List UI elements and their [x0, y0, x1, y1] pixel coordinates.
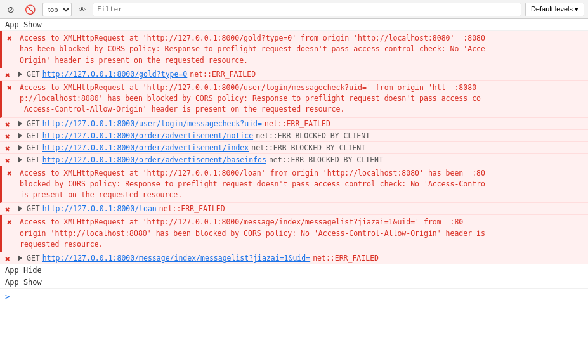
- error-icon: ✖: [5, 120, 10, 129]
- get-row: ✖GET http://127.0.0.1:8000/message/index…: [0, 252, 588, 264]
- http-method: GET: [27, 143, 40, 152]
- error-icon: ✖: [5, 205, 10, 214]
- request-status: net::ERR_FAILED: [159, 204, 225, 213]
- plain-row: App Show: [0, 19, 588, 31]
- request-status: net::ERR_BLOCKED_BY_CLIENT: [269, 155, 383, 164]
- devtools-toolbar: ⊘ 🚫 top 👁 Default levels ▾: [0, 0, 588, 19]
- error-icon: ✖: [7, 218, 12, 227]
- request-url[interactable]: http://127.0.0.1:8000/gold?type=0: [42, 70, 187, 79]
- error-block: ✖Access to XMLHttpRequest at 'http://127…: [0, 31, 588, 68]
- get-row: ✖GET http://127.0.0.1:8000/loan net::ERR…: [0, 203, 588, 215]
- error-block: ✖Access to XMLHttpRequest at 'http://127…: [0, 81, 588, 118]
- request-status: net::ERR_FAILED: [265, 119, 330, 128]
- error-message: Access to XMLHttpRequest at 'http://127.…: [20, 34, 485, 65]
- http-method: GET: [27, 155, 40, 164]
- get-row: ✖GET http://127.0.0.1:8000/order/adverti…: [0, 154, 588, 166]
- error-icon: ✖: [5, 254, 10, 264]
- request-status: net::ERR_FAILED: [190, 70, 256, 79]
- expand-icon[interactable]: [18, 205, 22, 212]
- http-method: GET: [27, 204, 40, 213]
- console-prompt[interactable]: >: [0, 289, 588, 304]
- error-icon: ✖: [7, 83, 12, 93]
- error-icon: ✖: [5, 156, 10, 166]
- error-icon: ✖: [5, 132, 10, 141]
- error-message: Access to XMLHttpRequest at 'http://127.…: [20, 83, 481, 114]
- error-message: Access to XMLHttpRequest at 'http://127.…: [20, 169, 485, 200]
- http-method: GET: [27, 131, 40, 140]
- request-url[interactable]: http://127.0.0.1:8000/message/index/mess…: [42, 254, 310, 263]
- request-status: net::ERR_FAILED: [313, 254, 379, 263]
- error-icon: ✖: [5, 144, 10, 153]
- request-url[interactable]: http://127.0.0.1:8000/loan: [42, 204, 157, 213]
- plain-row: App Show: [0, 276, 588, 289]
- request-url[interactable]: http://127.0.0.1:8000/order/advertisemen…: [42, 155, 266, 164]
- error-icon: ✖: [7, 169, 12, 178]
- expand-icon[interactable]: [18, 255, 22, 261]
- http-method: GET: [27, 70, 40, 79]
- get-row: ✖GET http://127.0.0.1:8000/user/login/me…: [0, 118, 588, 130]
- error-icon: ✖: [7, 34, 12, 43]
- plain-row: App Hide: [0, 264, 588, 276]
- console-output: App Show✖Access to XMLHttpRequest at 'ht…: [0, 19, 588, 364]
- get-row: ✖GET http://127.0.0.1:8000/order/adverti…: [0, 142, 588, 154]
- clear-console-button[interactable]: 🚫: [22, 3, 39, 16]
- error-icon: ✖: [5, 70, 10, 80]
- error-block: ✖Access to XMLHttpRequest at 'http://127…: [0, 215, 588, 252]
- request-url[interactable]: http://127.0.0.1:8000/order/advertisemen…: [42, 131, 253, 140]
- get-row: ✖GET http://127.0.0.1:8000/order/adverti…: [0, 130, 588, 142]
- error-block: ✖Access to XMLHttpRequest at 'http://127…: [0, 166, 588, 204]
- expand-icon[interactable]: [18, 157, 22, 163]
- context-selector[interactable]: top: [42, 3, 72, 16]
- expand-icon[interactable]: [18, 120, 22, 127]
- request-status: net::ERR_BLOCKED_BY_CLIENT: [251, 143, 365, 152]
- eye-button[interactable]: 👁: [75, 4, 89, 15]
- stop-recording-button[interactable]: ⊘: [4, 3, 18, 16]
- get-row: ✖GET http://127.0.0.1:8000/gold?type=0 n…: [0, 68, 588, 81]
- filter-input[interactable]: [93, 3, 521, 16]
- expand-icon[interactable]: [18, 145, 22, 151]
- error-message: Access to XMLHttpRequest at 'http://127.…: [20, 218, 485, 249]
- request-url[interactable]: http://127.0.0.1:8000/user/login/message…: [42, 119, 262, 128]
- expand-icon[interactable]: [18, 71, 22, 77]
- expand-icon[interactable]: [18, 133, 22, 139]
- levels-button[interactable]: Default levels ▾: [525, 3, 584, 16]
- http-method: GET: [27, 119, 40, 128]
- request-url[interactable]: http://127.0.0.1:8000/order/advertisemen…: [42, 143, 249, 152]
- http-method: GET: [27, 254, 40, 263]
- request-status: net::ERR_BLOCKED_BY_CLIENT: [256, 131, 370, 140]
